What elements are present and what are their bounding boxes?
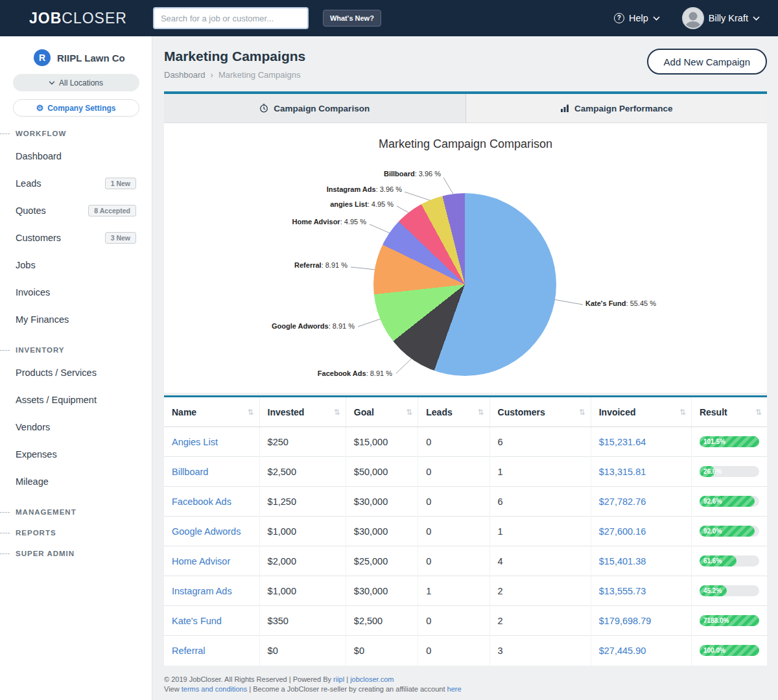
campaign-name-link[interactable]: Referral	[172, 646, 206, 656]
goal-cell: $50,000	[346, 457, 418, 487]
table-row: Instagram Ads $1,000 $30,000 1 2 $13,555…	[164, 576, 767, 606]
breadcrumb-separator: ›	[211, 70, 213, 80]
campaign-name-link[interactable]: Home Advisor	[172, 556, 230, 566]
invoiced-link[interactable]: $27,445.90	[599, 646, 646, 656]
sidebar-item-expenses[interactable]: Expenses	[0, 441, 152, 468]
campaign-name-link[interactable]: Google Adwords	[172, 526, 241, 537]
sidebar-item-leads[interactable]: Leads1 New	[0, 170, 152, 197]
leads-cell: 0	[418, 546, 489, 576]
section-header-super-admin[interactable]: SUPER ADMIN	[0, 550, 152, 557]
footer-line-1: © 2019 JobCloser. All Rights Reserved | …	[164, 675, 767, 684]
app-logo[interactable]: JOBCLOSER	[29, 10, 127, 27]
column-header-customers[interactable]: Customers⇅	[489, 397, 591, 427]
table-row: Billboard $2,500 $50,000 0 1 $13,315.81 …	[164, 457, 767, 487]
help-menu[interactable]: ? Help	[614, 13, 660, 23]
customers-cell: 2	[489, 576, 591, 606]
add-new-campaign-button[interactable]: Add New Campaign	[647, 49, 767, 75]
invoiced-link[interactable]: $179,698.79	[599, 616, 652, 626]
column-header-invested[interactable]: Invested⇅	[259, 397, 346, 427]
jobcloser-link[interactable]: jobcloser.com	[350, 675, 394, 683]
locations-dropdown[interactable]: All Locations	[13, 74, 139, 91]
invested-cell: $350	[259, 606, 346, 636]
item-label: Mileage	[16, 476, 49, 487]
invoiced-link[interactable]: $15,231.64	[599, 437, 646, 447]
sidebar: R RIIPL Lawn Co All Locations ⚙ Company …	[0, 36, 152, 700]
sidebar-item-vendors[interactable]: Vendors	[0, 414, 152, 441]
pie-label-referral: Referral: 8.91 %	[294, 261, 348, 269]
leads-cell: 0	[418, 427, 489, 457]
customers-cell: 6	[489, 487, 591, 517]
riipl-link[interactable]: riipl	[333, 675, 344, 683]
search-input[interactable]	[153, 7, 309, 29]
campaign-name-link[interactable]: Angies List	[172, 437, 218, 447]
column-header-name[interactable]: Name⇅	[164, 397, 259, 427]
terms-link[interactable]: terms and conditions	[182, 685, 248, 693]
leads-cell: 1	[418, 576, 489, 606]
campaigns-table: Name⇅ Invested⇅ Goal⇅ Leads⇅ Customers⇅ …	[164, 395, 767, 666]
invoiced-link[interactable]: $27,782.76	[599, 496, 646, 507]
invoiced-link[interactable]: $13,315.81	[599, 467, 646, 477]
company-header: R RIIPL Lawn Co	[0, 36, 152, 74]
leads-cell: 0	[418, 517, 489, 546]
sidebar-item-products-services[interactable]: Products / Services	[0, 359, 152, 386]
tab-campaign-comparison[interactable]: Campaign Comparison	[164, 94, 466, 122]
column-header-leads[interactable]: Leads⇅	[418, 397, 489, 427]
affiliate-link[interactable]: here	[447, 685, 462, 693]
sidebar-item-mileage[interactable]: Mileage	[0, 468, 152, 495]
logo-text-light: CLOSER	[62, 10, 127, 27]
table-row: Home Advisor $2,000 $25,000 0 4 $15,401.…	[164, 546, 767, 576]
sort-icon: ⇅	[679, 408, 686, 417]
result-cell: 45.2%	[691, 576, 767, 606]
customers-cell: 1	[489, 517, 591, 546]
sidebar-item-my-finances[interactable]: My Finances	[0, 306, 152, 333]
campaign-name-link[interactable]: Facebook Ads	[172, 496, 231, 507]
table-row: Referral $0 $0 0 3 $27,445.90 100.0%	[164, 636, 767, 666]
tab-bar: Campaign Comparison Campaign Performance	[164, 91, 767, 123]
section-header-reports[interactable]: REPORTS	[0, 529, 152, 537]
progress-bar: 92.6%	[700, 496, 759, 507]
campaign-name-link[interactable]: Instagram Ads	[172, 586, 232, 596]
sidebar-item-dashboard[interactable]: Dashboard	[0, 143, 152, 170]
section-header-management[interactable]: MANAGEMENT	[0, 508, 152, 516]
pie-chart[interactable]	[373, 193, 556, 376]
goal-cell: $30,000	[346, 487, 418, 517]
customers-cell: 3	[489, 636, 591, 666]
invoiced-link[interactable]: $27,600.16	[599, 526, 646, 537]
invested-cell: $1,000	[259, 517, 346, 546]
chevron-down-icon	[753, 16, 760, 21]
invested-cell: $250	[259, 427, 346, 457]
invoiced-link[interactable]: $15,401.38	[599, 556, 646, 566]
campaign-name-link[interactable]: Kate's Fund	[172, 616, 222, 626]
clock-icon	[259, 104, 268, 113]
breadcrumb: Dashboard › Marketing Campaigns	[164, 70, 305, 80]
column-header-invoiced[interactable]: Invoiced⇅	[591, 397, 691, 427]
invoiced-link[interactable]: $13,555.73	[599, 586, 646, 596]
item-label: Products / Services	[16, 368, 97, 378]
whats-new-button[interactable]: What's New?	[323, 10, 381, 27]
footer: © 2019 JobCloser. All Rights Reserved | …	[164, 675, 767, 694]
column-header-result[interactable]: Result⇅	[691, 397, 767, 427]
pie-label-instagram-ads: Instagram Ads: 3.96 %	[327, 185, 402, 193]
quotes-badge: 8 Accepted	[88, 205, 136, 216]
campaign-name-link[interactable]: Billboard	[172, 467, 208, 477]
company-settings-button[interactable]: ⚙ Company Settings	[13, 99, 139, 117]
company-logo: R	[34, 49, 51, 66]
sidebar-item-jobs[interactable]: Jobs	[0, 251, 152, 279]
sidebar-item-quotes[interactable]: Quotes8 Accepted	[0, 197, 152, 224]
goal-cell: $15,000	[346, 427, 418, 457]
sidebar-item-customers[interactable]: Customers3 New	[0, 224, 152, 251]
sort-icon: ⇅	[478, 408, 484, 417]
sidebar-item-assets-equipment[interactable]: Assets / Equipment	[0, 386, 152, 414]
pie-chart-card: Marketing Campaign Comparison Billboard:…	[164, 123, 767, 393]
navbar-right: ? Help Billy Kraft	[614, 7, 760, 29]
progress-bar: 26.6%	[700, 466, 759, 477]
goal-cell: $25,000	[346, 546, 418, 576]
breadcrumb-dashboard[interactable]: Dashboard	[164, 70, 206, 80]
leads-cell: 0	[418, 606, 489, 636]
user-menu[interactable]: Billy Kraft	[682, 7, 760, 29]
user-name: Billy Kraft	[709, 13, 748, 23]
result-cell: 7188.0%	[691, 606, 767, 636]
column-header-goal[interactable]: Goal⇅	[346, 397, 418, 427]
sidebar-item-invoices[interactable]: Invoices	[0, 279, 152, 306]
tab-campaign-performance[interactable]: Campaign Performance	[466, 94, 768, 122]
